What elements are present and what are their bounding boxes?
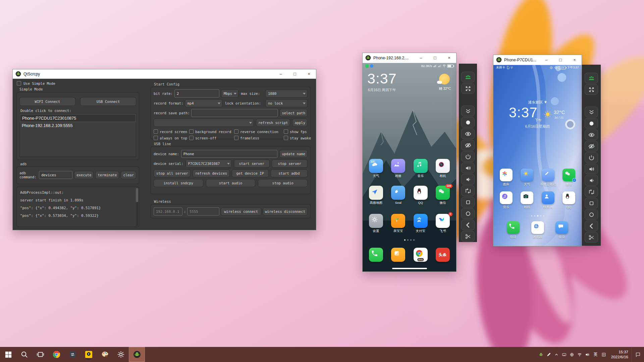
dock-toutiao[interactable]: 头条 [433,248,452,262]
close-button[interactable]: × [568,55,582,65]
bit-rate-unit-select[interactable]: Mbps [221,89,238,98]
stop-server-button[interactable]: stop server [272,160,308,168]
network-tray-icon[interactable] [568,347,576,362]
maximize-button[interactable]: □ [553,55,568,65]
app-switch-button[interactable] [461,197,475,207]
taskbar-clock[interactable]: 15:37 2022/6/16 [608,347,632,362]
app-seal[interactable]: Seal [389,186,408,205]
input-language-indicator[interactable]: 英 [591,347,600,362]
checkbox-record-screen[interactable]: record screen [154,129,188,134]
expand-notification-button[interactable] [461,106,475,116]
app-switch-button[interactable] [585,198,598,208]
power-button[interactable] [461,151,475,162]
dock-chrome[interactable]: Beta [411,248,430,262]
app-qq-hw[interactable]: QQ [560,191,578,209]
sync-app-button[interactable] [64,347,80,362]
install-sndcpy-button[interactable]: install sndcpy [154,179,203,187]
device-serial-select[interactable]: P7CDU17C2301087 [185,160,232,168]
app-music-hw[interactable]: 音乐 [497,191,515,209]
power-button[interactable] [585,152,598,163]
start-button[interactable] [0,347,16,362]
checkbox-stay-awake[interactable]: stay awake [284,136,311,140]
home-indicator[interactable] [392,268,427,269]
wifi-tray-icon[interactable] [576,347,584,362]
dock-messages-hw[interactable]: 信息 [553,221,571,239]
app-weather[interactable]: 32°天气 [367,159,385,178]
app-music[interactable]: 音乐 [411,159,430,178]
action-center-button[interactable] [632,347,644,362]
app-youdao[interactable]: 有道云笔记 [539,169,557,187]
app-feishu[interactable]: 4飞书 [433,214,452,233]
use-simple-mode-checkbox[interactable]: Use Simple Mode [17,81,55,85]
start-server-button[interactable]: start server [234,160,270,168]
wireless-disconnect-button[interactable]: wireless disconnect [263,207,308,216]
minimize-button[interactable]: – [274,69,288,78]
get-device-ip-button[interactable]: get device IP [232,169,269,177]
qtscrcpy-taskbar-button[interactable] [129,347,145,362]
checkbox-box[interactable] [17,81,21,85]
wireless-port-input[interactable] [187,207,219,216]
screen-on-button[interactable] [461,128,475,139]
app-alipay[interactable]: 支付宝 [411,214,430,233]
record-save-path-input[interactable] [191,109,278,117]
dock-messages[interactable] [389,248,408,262]
home-button[interactable] [461,208,475,219]
app-qq[interactable]: QQ [411,186,430,205]
volume-up-button[interactable] [585,164,598,174]
flip-screen-button[interactable] [461,185,475,196]
app-camera[interactable]: 相机 [433,159,452,178]
maximize-button[interactable]: □ [288,69,302,78]
home-button[interactable] [585,209,598,220]
app-camera-hw[interactable]: 相机 [518,191,536,209]
phone1-titlebar[interactable]: Phone-192.168.2.... – □ × [363,53,456,63]
app-settings[interactable]: 设置 [367,214,385,233]
lock-orientation-select[interactable]: no lock [265,99,308,107]
phone1-screen[interactable]: 82.3K/s 3:37 6月16日 周四下午 晴 32°C 32°天气相册音乐… [363,63,456,272]
close-button[interactable]: × [302,69,316,78]
minimize-button[interactable]: – [539,55,553,65]
maximize-button[interactable]: □ [428,53,442,63]
minimize-button[interactable]: – [414,53,428,63]
script-select[interactable] [154,119,254,127]
checkbox-screen-off[interactable]: screen-off [189,136,233,140]
checkbox-always-on-top[interactable]: always on top [154,136,188,140]
start-audio-button[interactable]: start audio [206,179,256,187]
phone2-window[interactable]: Phone-P7CDU1... – □ × 未插卡 [493,55,582,246]
phone1-window[interactable]: Phone-192.168.2.... – □ × [362,53,457,272]
device-list-item[interactable]: Phone-P7CDU17C23010875 [20,114,136,122]
screen-off-button[interactable] [461,140,475,150]
app-wechat[interactable]: 189微信 [433,186,452,205]
max-size-select[interactable]: 1080 [265,89,308,98]
adb-log-output[interactable]: AdbProcessImpl::out:server start finish … [16,187,139,227]
app-gallery-hw[interactable]: 图库 [497,169,515,187]
device-list-item[interactable]: Phone-192.168.2.109:5555 [20,122,136,130]
screen-off-button[interactable] [585,141,598,152]
volume-down-button[interactable] [585,175,598,186]
app-contacts[interactable]: 联系人 [539,191,557,209]
app-wechat-hw[interactable]: ✓微信 [560,169,578,187]
touch-keyboard-icon[interactable] [560,347,568,362]
device-list[interactable]: Phone-P7CDU17C23010875Phone-192.168.2.10… [19,114,136,157]
dock-phone[interactable] [367,248,385,262]
back-button[interactable] [461,220,475,230]
clear-button[interactable]: clear [121,171,136,179]
tray-expand-icon[interactable] [553,347,560,362]
device-name-input[interactable] [181,150,278,158]
phone2-screen[interactable]: 未插卡 100 下午3:37 浦东新区 3:37 下午 32°C 34 / 21… [493,65,582,246]
expand-notification-button[interactable] [585,107,598,117]
settings-app-button[interactable] [113,347,129,362]
start-adbd-button[interactable]: start adbd [271,169,308,177]
log-scrollbar[interactable] [136,188,138,226]
screen-clip-button[interactable] [461,231,475,242]
volume-down-button[interactable] [461,174,475,185]
close-button[interactable]: × [442,53,456,63]
volume-up-button[interactable] [461,163,475,173]
adb-command-input[interactable] [39,171,72,179]
record-format-select[interactable]: mp4 [185,99,222,107]
player-app-button[interactable]: Player [80,347,97,362]
app-weather-hw[interactable]: 天气 [518,169,536,187]
paint-app-button[interactable] [97,347,113,362]
phone2-titlebar[interactable]: Phone-P7CDU1... – □ × [493,55,582,65]
screen-clip-button[interactable] [585,232,598,243]
dock-phone-hw[interactable]: 电话 [504,221,522,239]
